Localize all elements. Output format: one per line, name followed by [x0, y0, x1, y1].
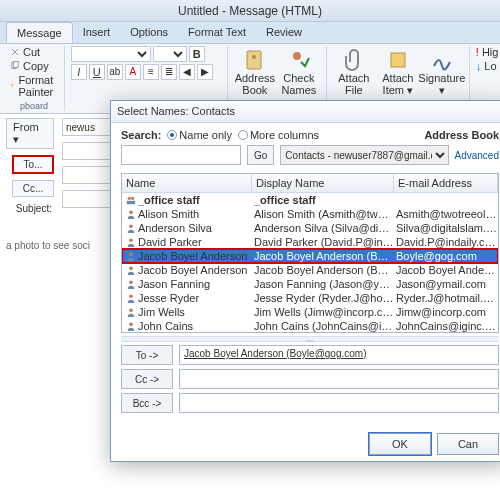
check-names-button[interactable]: Check Names: [278, 46, 320, 96]
to-add-button[interactable]: To ->: [121, 345, 173, 365]
svg-point-7: [131, 197, 134, 200]
col-email[interactable]: E-mail Address: [394, 174, 498, 192]
person-icon: [126, 307, 136, 317]
contact-row[interactable]: Alison SmithAlison Smith (Asmith@twotree…: [122, 207, 498, 221]
subject-label: Subject:: [16, 203, 54, 214]
font-color-button[interactable]: A: [125, 64, 141, 80]
more-columns-radio[interactable]: More columns: [238, 129, 319, 141]
highlight-button[interactable]: ab: [107, 64, 123, 80]
italic-button[interactable]: I: [71, 64, 87, 80]
svg-point-13: [129, 267, 133, 271]
font-formatting: B I U ab A ≡ ≣ ◀ ▶: [71, 46, 221, 80]
svg-point-12: [129, 253, 133, 257]
person-icon: [126, 293, 136, 303]
tab-review[interactable]: Review: [256, 22, 312, 43]
contact-row[interactable]: Jacob Boyel AndersonJacob Boyel Anderson…: [122, 263, 498, 277]
numbering-button[interactable]: ≣: [161, 64, 177, 80]
person-icon: [126, 279, 136, 289]
to-recipients[interactable]: Jacob Boyel Anderson (Boyle@gog.com): [179, 345, 499, 365]
svg-rect-2: [247, 51, 261, 69]
svg-rect-5: [391, 53, 405, 67]
person-icon: [126, 209, 136, 219]
person-icon: [126, 251, 136, 261]
advanced-link[interactable]: Advanced: [455, 150, 499, 161]
indent-left-button[interactable]: ◀: [179, 64, 195, 80]
to-button[interactable]: To...: [12, 155, 54, 174]
cc-add-button[interactable]: Cc ->: [121, 369, 173, 389]
svg-point-15: [129, 295, 133, 299]
select-names-dialog: Select Names: Contacts Search: Name only…: [110, 100, 500, 462]
svg-rect-1: [14, 62, 18, 68]
underline-button[interactable]: U: [89, 64, 105, 80]
copy-button[interactable]: Copy: [10, 60, 58, 72]
low-importance-button[interactable]: ↓ Lo: [476, 60, 499, 72]
attach-file-button[interactable]: Attach File: [333, 46, 375, 96]
tab-options[interactable]: Options: [120, 22, 178, 43]
search-label: Search:: [121, 129, 161, 141]
from-button[interactable]: From ▾: [6, 118, 54, 149]
contacts-list: Name Display Name E-mail Address _office…: [121, 173, 499, 333]
clipboard-label: pboard: [10, 101, 58, 111]
ok-button[interactable]: OK: [369, 433, 431, 455]
svg-point-11: [129, 239, 133, 243]
attach-item-button[interactable]: Attach Item ▾: [377, 46, 419, 96]
address-book-icon: [243, 48, 267, 72]
font-size-select[interactable]: [153, 46, 187, 62]
svg-point-14: [129, 281, 133, 285]
contact-row[interactable]: _office staff_office staff: [122, 193, 498, 207]
paint-icon: [10, 81, 15, 91]
tab-format-text[interactable]: Format Text: [178, 22, 256, 43]
contact-row[interactable]: Jim WellsJim Wells (Jimw@incorp.com)Jimw…: [122, 305, 498, 319]
bcc-add-button[interactable]: Bcc ->: [121, 393, 173, 413]
address-book-select[interactable]: Contacts - newuser7887@gmail.com: [280, 145, 448, 165]
bcc-recipients[interactable]: [179, 393, 499, 413]
cut-icon: [10, 47, 20, 57]
font-family-select[interactable]: [71, 46, 151, 62]
cc-recipients[interactable]: [179, 369, 499, 389]
tab-message[interactable]: Message: [6, 22, 73, 43]
contact-row[interactable]: Jacob Boyel AndersonJacob Boyel Anderson…: [122, 249, 498, 263]
contact-row[interactable]: John CainsJohn Cains (JohnCains@iginc.co…: [122, 319, 498, 333]
cancel-button[interactable]: Can: [437, 433, 499, 455]
bullets-button[interactable]: ≡: [143, 64, 159, 80]
person-icon: [126, 223, 136, 233]
address-book-button[interactable]: Address Book: [234, 46, 276, 96]
contact-row[interactable]: Jesse RyderJesse Ryder (Ryder.J@hotmail.…: [122, 291, 498, 305]
cc-button[interactable]: Cc...: [12, 180, 54, 197]
address-book-label: Address Book: [424, 129, 499, 141]
bold-button[interactable]: B: [189, 46, 205, 62]
copy-icon: [10, 61, 20, 71]
window-title: Untitled - Message (HTML): [0, 0, 500, 22]
signature-icon: [430, 48, 454, 72]
svg-rect-8: [127, 201, 135, 204]
search-input[interactable]: [121, 145, 241, 165]
group-icon: [126, 195, 136, 205]
go-button[interactable]: Go: [247, 145, 274, 165]
high-importance-button[interactable]: ! Hig: [476, 46, 499, 58]
ribbon-tabs: Message Insert Options Format Text Revie…: [0, 22, 500, 44]
dialog-title: Select Names: Contacts: [111, 101, 500, 123]
indent-right-button[interactable]: ▶: [197, 64, 213, 80]
svg-point-16: [129, 309, 133, 313]
check-names-icon: [287, 48, 311, 72]
resize-handle[interactable]: ◦◦◦: [121, 336, 499, 342]
svg-point-3: [252, 55, 256, 59]
contact-row[interactable]: Jason FanningJason Fanning (Jason@ymail.…: [122, 277, 498, 291]
col-display[interactable]: Display Name: [252, 174, 394, 192]
contact-row[interactable]: David ParkerDavid Parker (David.P@indail…: [122, 235, 498, 249]
svg-point-6: [128, 197, 131, 200]
person-icon: [126, 265, 136, 275]
svg-point-10: [129, 225, 133, 229]
format-painter-button[interactable]: Format Painter: [10, 74, 58, 98]
svg-point-9: [129, 211, 133, 215]
tab-insert[interactable]: Insert: [73, 22, 121, 43]
contact-row[interactable]: Anderson SilvaAnderson Silva (Silva@digi…: [122, 221, 498, 235]
col-name[interactable]: Name: [122, 174, 252, 192]
svg-point-4: [293, 52, 301, 60]
paperclip-icon: [342, 48, 366, 72]
signature-button[interactable]: Signature ▾: [421, 46, 463, 96]
name-only-radio[interactable]: Name only: [167, 129, 232, 141]
person-icon: [126, 321, 136, 331]
svg-point-17: [129, 323, 133, 327]
cut-button[interactable]: Cut: [10, 46, 58, 58]
